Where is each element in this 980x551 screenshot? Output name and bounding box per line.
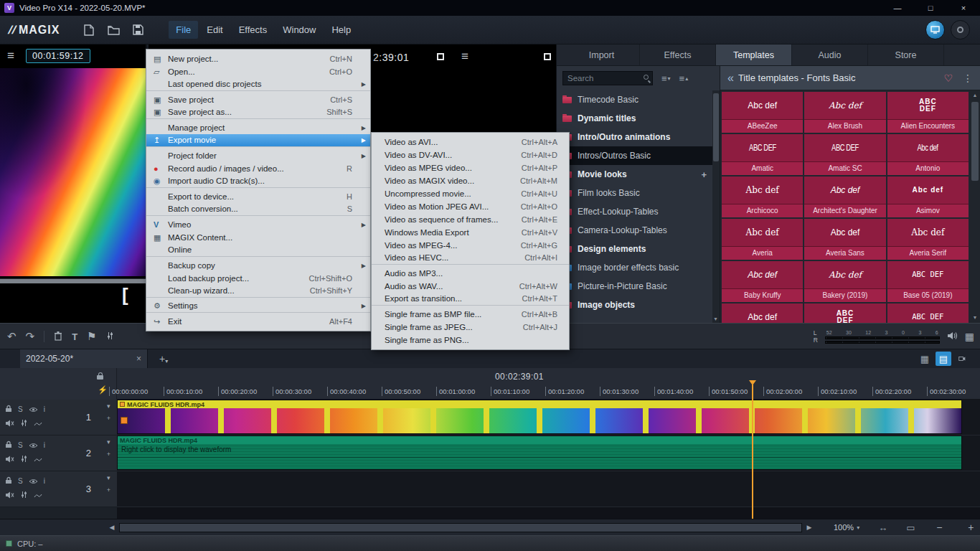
clip-waveform-area[interactable]: Right click to display the waveform (118, 444, 961, 469)
category-item[interactable]: Intro/Outro animations + (557, 128, 712, 146)
font-template-tile[interactable]: ABC DEF Alien Encounters (887, 92, 969, 133)
visibility-icon[interactable] (29, 476, 38, 486)
lock-icon[interactable] (5, 476, 12, 486)
lock-icon[interactable] (5, 405, 12, 415)
add-movie-button[interactable]: +▾ (155, 352, 172, 365)
undo-icon[interactable]: ↶ (7, 330, 17, 343)
add-category-icon[interactable]: + (701, 169, 707, 180)
automation-icon[interactable] (34, 455, 42, 465)
preview-scrollbar[interactable] (0, 278, 147, 283)
preview-menu-icon[interactable]: ≡ (7, 49, 14, 63)
menu-item[interactable]: Audio as MP3... (372, 267, 569, 280)
font-template-tile[interactable]: ABC DEF (804, 303, 885, 323)
sort-icon[interactable]: ≡▾ (661, 73, 671, 84)
automation-icon[interactable] (34, 419, 42, 429)
menu-item[interactable]: Video as Motion JPEG AVI... Ctrl+Alt+O (372, 200, 569, 213)
collapse-track-icon[interactable]: ▾ (107, 403, 110, 410)
menu[interactable]: Help (324, 21, 358, 39)
track-header[interactable]: S i (0, 435, 117, 471)
menu-item[interactable]: Export as transition... Ctrl+Alt+T (372, 293, 569, 306)
solo-button[interactable]: S (18, 442, 23, 449)
font-template-tile[interactable]: Abc def Averia Sans (804, 219, 885, 260)
font-template-tile[interactable]: Abc def Bakery (2019) (804, 261, 885, 302)
visibility-icon[interactable] (29, 441, 38, 451)
font-template-tile[interactable]: Abc def Antonio (887, 134, 969, 175)
category-item[interactable]: Image border effects basic + (557, 258, 712, 277)
menu-item[interactable]: ▦ MAGIX Content... ▶ (146, 231, 370, 244)
font-template-tile[interactable]: Abc def Architect's Daughter (804, 176, 885, 217)
back-icon[interactable]: « (727, 72, 732, 85)
menu[interactable]: Window (275, 21, 323, 39)
menu-item[interactable]: ↪ Exit Alt+F4 ▶ (146, 315, 370, 328)
menu-item[interactable]: Video as MPEG video... Ctrl+Alt+P (372, 161, 569, 174)
solo-button[interactable]: S (18, 478, 23, 485)
monitor-layout-button[interactable] (925, 20, 945, 39)
font-template-tile[interactable]: Abc def ABeeZee (722, 92, 803, 133)
menu[interactable]: Edit (199, 21, 230, 39)
zoom-fit-icon[interactable]: ▭ (906, 522, 915, 533)
font-template-tile[interactable]: Abc def Averia (722, 219, 803, 260)
menu-item[interactable]: Project folder ▶ (146, 149, 370, 162)
visibility-icon[interactable] (29, 405, 38, 415)
menu-item[interactable]: ● Record audio / images / video... R ▶ (146, 162, 370, 175)
info-button[interactable]: i (44, 406, 45, 413)
close-tab-icon[interactable]: × (136, 354, 141, 364)
favorite-icon[interactable]: ♡ (943, 72, 953, 84)
font-template-tile[interactable]: Abc def Alex Brush (804, 92, 885, 133)
fader-icon[interactable] (20, 419, 28, 429)
category-item[interactable]: Image objects + (557, 296, 712, 314)
menu-item[interactable]: Video as HEVC... Ctrl+Alt+I (372, 252, 569, 265)
timeline-view-button[interactable]: ▤ (936, 352, 951, 366)
playhead[interactable] (752, 385, 753, 519)
panel-tab[interactable]: Effects (640, 44, 716, 65)
project-tab[interactable]: 2022-05-20* × (20, 349, 148, 368)
menu-item[interactable]: ▤ New project... Ctrl+N ▶ (146, 52, 370, 65)
lock-icon[interactable] (97, 375, 103, 380)
scrollbar-thumb[interactable] (713, 93, 719, 161)
lock-icon[interactable] (5, 441, 12, 451)
zoom-out-button[interactable]: − (932, 522, 946, 533)
minimize-button[interactable]: — (881, 0, 914, 16)
menu-item[interactable]: Single frame as BMP file... Ctrl+Alt+B (372, 308, 569, 321)
open-project-button[interactable] (103, 20, 124, 40)
menu-item[interactable]: Video as AVI... Ctrl+Alt+A (372, 136, 569, 149)
scrollbar-thumb[interactable] (120, 524, 801, 532)
mute-icon[interactable] (5, 491, 14, 501)
flash-icon[interactable]: ⚡ (98, 385, 108, 395)
speaker-icon[interactable] (947, 331, 958, 342)
menu-item[interactable]: Single frame as PNG... (372, 334, 569, 347)
font-template-tile[interactable]: ABC DEF Base 05 (2019) (887, 261, 969, 302)
menu-item[interactable]: ▣ Save project as... Shift+S ▶ (146, 106, 370, 119)
collapse-track-icon[interactable]: ▾ (107, 475, 110, 481)
fader-icon[interactable] (20, 455, 28, 465)
category-item[interactable]: Dynamic titles + (557, 109, 712, 128)
category-item[interactable]: Effect-Lookup-Tables + (557, 202, 712, 221)
grid-view-button[interactable]: ▦ (917, 352, 933, 366)
track-header[interactable]: S i (0, 471, 117, 507)
zoom-in-button[interactable]: + (963, 522, 978, 533)
category-item[interactable]: Movie looks + (557, 165, 712, 184)
font-template-tile[interactable]: Abc def Averia Serif (887, 219, 969, 260)
category-scrollbar[interactable]: ▼ (712, 90, 720, 323)
menu[interactable]: Effects (232, 21, 275, 39)
menu-item[interactable]: ↥ Export movie ▶ (146, 134, 370, 147)
scroll-up-icon[interactable]: ▲ (973, 90, 978, 100)
menu-item[interactable]: Batch conversion... S ▶ (146, 203, 370, 216)
solo-button[interactable]: S (18, 406, 23, 413)
add-track-icon[interactable]: + (107, 415, 110, 422)
redo-icon[interactable]: ↷ (26, 330, 35, 343)
scroll-down-icon[interactable]: ▼ (973, 313, 978, 323)
menu-item[interactable]: Video as MPEG-4... Ctrl+Alt+G (372, 239, 569, 252)
menu-item[interactable]: Backup copy ▶ (146, 259, 370, 272)
audio-clip[interactable]: MAGIC FLUIDS HDR.mp4 Right click to disp… (117, 435, 962, 470)
zoom-level-dropdown[interactable]: 100% ▾ (834, 523, 859, 532)
zoom-horizontal-icon[interactable]: ↔ (878, 522, 887, 533)
marker-icon[interactable]: ⚑ (87, 330, 96, 343)
menu-item[interactable]: Video as sequence of frames... Ctrl+Alt+… (372, 213, 569, 226)
category-item[interactable]: Timecode Basic + (557, 90, 712, 109)
scroll-down-icon[interactable]: ▼ (713, 316, 718, 321)
scroll-right-button[interactable]: ▶ (804, 522, 815, 533)
font-template-tile[interactable]: ABC DEF Amatic SC (804, 134, 885, 175)
video-clip[interactable]: MAGIC FLUIDS HDR.mp4 (117, 400, 962, 434)
font-template-tile[interactable]: Abc def (722, 303, 803, 323)
